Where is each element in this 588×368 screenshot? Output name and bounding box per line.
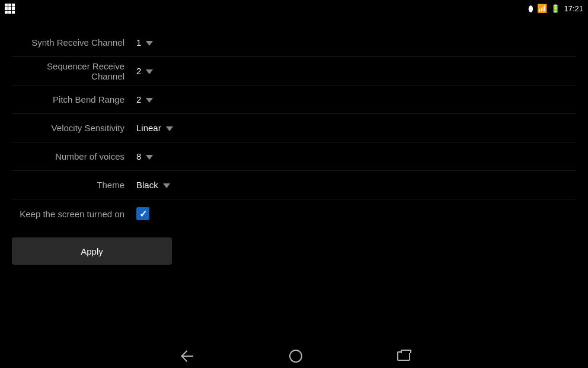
label-screen-on: Keep the screen turned on (12, 209, 136, 219)
status-bar-left (5, 4, 15, 14)
dropdown-velocity-sensitivity[interactable]: Linear (136, 123, 173, 133)
time-display: 17:21 (564, 4, 583, 13)
bottom-nav (0, 344, 588, 368)
label-sequencer-receive-channel: Sequencer Receive Channel (12, 61, 136, 81)
dropdown-arrow-sequencer-receive-channel (146, 69, 153, 74)
wifi-icon: 📶 (537, 4, 547, 13)
setting-row-number-of-voices: Number of voices 8 (12, 142, 576, 171)
value-pitch-bend-range: 2 (136, 94, 141, 104)
checkbox-screen-on[interactable] (136, 207, 149, 220)
back-button[interactable] (178, 350, 194, 362)
label-synth-receive-channel: Synth Receive Channel (12, 37, 136, 47)
setting-row-velocity-sensitivity: Velocity Sensitivity Linear (12, 114, 576, 142)
setting-row-sequencer-receive-channel: Sequencer Receive Channel 2 (12, 57, 576, 85)
recents-button[interactable] (397, 351, 410, 361)
status-bar-right: ⬮ 📶 🔋 17:21 (528, 4, 583, 14)
label-number-of-voices: Number of voices (12, 151, 136, 161)
dropdown-arrow-number-of-voices (146, 155, 153, 160)
home-button[interactable] (289, 350, 302, 363)
value-velocity-sensitivity: Linear (136, 123, 161, 133)
dropdown-arrow-synth-receive-channel (146, 41, 153, 46)
value-number-of-voices: 8 (136, 151, 141, 161)
label-pitch-bend-range: Pitch Bend Range (12, 94, 136, 104)
setting-row-pitch-bend-range: Pitch Bend Range 2 (12, 85, 576, 114)
main-content: Synth Receive Channel 1 Sequencer Receiv… (0, 17, 588, 344)
grid-icon (5, 4, 15, 14)
dropdown-number-of-voices[interactable]: 8 (136, 151, 153, 161)
dropdown-arrow-velocity-sensitivity (166, 126, 173, 131)
value-synth-receive-channel: 1 (136, 37, 141, 47)
value-theme: Black (136, 180, 158, 190)
dropdown-theme[interactable]: Black (136, 180, 170, 190)
battery-icon: 🔋 (551, 4, 560, 13)
setting-row-synth-receive-channel: Synth Receive Channel 1 (12, 28, 576, 57)
label-theme: Theme (12, 180, 136, 190)
value-sequencer-receive-channel: 2 (136, 66, 141, 76)
bluetooth-icon: ⬮ (528, 4, 533, 14)
settings-container: Synth Receive Channel 1 Sequencer Receiv… (12, 28, 576, 228)
apply-button[interactable]: Apply (12, 237, 172, 265)
status-bar: ⬮ 📶 🔋 17:21 (0, 0, 588, 17)
dropdown-arrow-theme (163, 183, 170, 188)
dropdown-pitch-bend-range[interactable]: 2 (136, 94, 153, 104)
back-arrow-icon (178, 350, 194, 362)
checkbox-row-screen-on: Keep the screen turned on (12, 199, 576, 228)
label-velocity-sensitivity: Velocity Sensitivity (12, 123, 136, 133)
setting-row-theme: Theme Black (12, 171, 576, 199)
dropdown-sequencer-receive-channel[interactable]: 2 (136, 66, 153, 76)
home-icon (289, 350, 302, 363)
recents-icon (397, 351, 410, 361)
dropdown-synth-receive-channel[interactable]: 1 (136, 37, 153, 47)
dropdown-arrow-pitch-bend-range (146, 98, 153, 103)
